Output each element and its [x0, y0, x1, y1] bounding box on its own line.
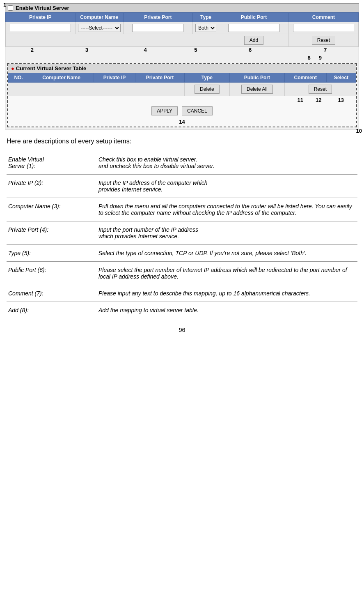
- enable-header-label: Enable Virtual Server: [16, 5, 69, 11]
- empty-data-cell: [8, 83, 185, 96]
- private-ip-input[interactable]: [10, 24, 71, 32]
- private-ip-cell: [6, 22, 76, 34]
- cur-col-no: NO.: [8, 73, 29, 83]
- desc-term-7: Comment (7):: [7, 285, 97, 302]
- reset-top-button[interactable]: Reset: [312, 36, 335, 45]
- type-select[interactable]: Both: [195, 24, 216, 32]
- annotation-1: 1: [3, 2, 6, 8]
- annotation-8: 8: [308, 55, 311, 61]
- reset-table-button[interactable]: Reset: [309, 85, 332, 94]
- delete-cell: Delete: [184, 83, 229, 96]
- descriptions-intro: Here are descriptions of every setup ite…: [7, 138, 357, 145]
- annotation-12: 12: [316, 97, 321, 103]
- desc-def-1: Check this box to enable virtual server,…: [97, 151, 357, 175]
- desc-row-4: Private Port (4): Input the port number …: [7, 221, 357, 245]
- current-table: NO. Computer Name Private IP Private Por…: [8, 73, 356, 96]
- delete-all-cell: Delete All: [229, 83, 284, 96]
- current-table-header: ● Current Virtual Server Table: [8, 64, 356, 73]
- desc-term-6: Public Port (6):: [7, 262, 97, 285]
- col-header-computer-name: Computer Name: [75, 13, 123, 22]
- private-port-cell: [123, 22, 193, 34]
- desc-term-5: Type (5):: [7, 245, 97, 262]
- private-port-input[interactable]: [132, 24, 183, 32]
- desc-row-3: Computer Name (3): Pull down the menu an…: [7, 198, 357, 221]
- cur-col-private-port: Private Port: [135, 73, 185, 83]
- desc-row-2: Private IP (2): Input the IP address of …: [7, 175, 357, 198]
- desc-def-7: Please input any text to describe this m…: [97, 285, 357, 302]
- public-port-input[interactable]: [228, 24, 279, 32]
- desc-row-6: Public Port (6): Please select the port …: [7, 262, 357, 285]
- desc-def-6: Please select the port number of Interne…: [97, 262, 357, 285]
- computer-name-select[interactable]: -----Select------: [78, 24, 121, 32]
- comment-input[interactable]: [293, 24, 354, 32]
- cur-col-computer-name: Computer Name: [29, 73, 94, 83]
- annotation-14: 14: [179, 119, 185, 125]
- enable-virtual-server-section: Enable Virtual Server Private IP Compute…: [5, 3, 359, 129]
- desc-term-1: Enable Virtual Server (1):: [7, 151, 97, 175]
- col-header-private-ip: Private IP: [6, 13, 76, 22]
- annotation-10: 10: [356, 128, 362, 134]
- desc-term-8: Add (8):: [7, 302, 97, 319]
- delete-button[interactable]: Delete: [195, 85, 220, 94]
- desc-row-8: Add (8): Add the mapping to virtual serv…: [7, 302, 357, 319]
- cur-col-comment: Comment: [284, 73, 326, 83]
- public-port-cell: [219, 22, 289, 34]
- enable-virtual-server-checkbox[interactable]: [8, 5, 13, 11]
- cur-col-type: Type: [184, 73, 229, 83]
- reset-table-cell: Reset: [284, 83, 356, 96]
- empty-cell: [6, 34, 219, 47]
- descriptions-section: Here are descriptions of every setup ite…: [5, 138, 359, 318]
- desc-def-4: Input the port number of the IP address …: [97, 221, 357, 245]
- enable-header: Enable Virtual Server: [5, 4, 359, 12]
- add-button[interactable]: Add: [244, 36, 263, 45]
- delete-all-button[interactable]: Delete All: [241, 85, 273, 94]
- cur-col-public-port: Public Port: [229, 73, 284, 83]
- annotation-5: 5: [194, 47, 197, 53]
- add-button-cell: Add: [219, 34, 289, 47]
- type-cell: Both: [193, 22, 219, 34]
- col-header-public-port: Public Port: [219, 13, 289, 22]
- desc-def-3: Pull down the menu and all the computers…: [97, 198, 357, 221]
- virtual-server-form-table: Private IP Computer Name Private Port Ty…: [5, 12, 359, 47]
- apply-cancel-row: APPLY CANCEL: [8, 104, 356, 119]
- desc-row-7: Comment (7): Please input any text to de…: [7, 285, 357, 302]
- annotation-2: 2: [31, 47, 34, 53]
- desc-def-5: Select the type of connection, TCP or UD…: [97, 245, 357, 262]
- annotation-11: 11: [298, 97, 303, 103]
- descriptions-table: Enable Virtual Server (1): Check this bo…: [7, 151, 357, 318]
- desc-def-2: Input the IP address of the computer whi…: [97, 175, 357, 198]
- col-header-comment: Comment: [288, 13, 358, 22]
- desc-row-1: Enable Virtual Server (1): Check this bo…: [7, 151, 357, 175]
- apply-button[interactable]: APPLY: [151, 106, 178, 115]
- desc-def-8: Add the mapping to virtual server table.: [97, 302, 357, 319]
- annotation-13: 13: [338, 97, 344, 103]
- current-table-title: Current Virtual Server Table: [16, 65, 86, 71]
- desc-term-4: Private Port (4):: [7, 221, 97, 245]
- computer-name-cell: -----Select------: [75, 22, 123, 34]
- col-header-private-port: Private Port: [123, 13, 193, 22]
- annotation-3: 3: [85, 47, 88, 53]
- desc-row-5: Type (5): Select the type of connection,…: [7, 245, 357, 262]
- page-number: 96: [5, 327, 359, 333]
- cancel-button[interactable]: CANCEL: [182, 106, 213, 115]
- col-header-type: Type: [193, 13, 219, 22]
- desc-term-2: Private IP (2):: [7, 175, 97, 198]
- annotation-6: 6: [249, 47, 252, 53]
- reset-button-cell: Reset: [288, 34, 358, 47]
- current-virtual-server-section: 10 ● Current Virtual Server Table NO. Co…: [7, 63, 357, 127]
- cur-col-private-ip: Private IP: [94, 73, 135, 83]
- annotation-7: 7: [324, 47, 327, 53]
- annotation-4: 4: [144, 47, 147, 53]
- desc-term-3: Computer Name (3):: [7, 198, 97, 221]
- comment-cell: [288, 22, 358, 34]
- cur-col-select: Select: [326, 73, 356, 83]
- annotation-9: 9: [319, 55, 322, 61]
